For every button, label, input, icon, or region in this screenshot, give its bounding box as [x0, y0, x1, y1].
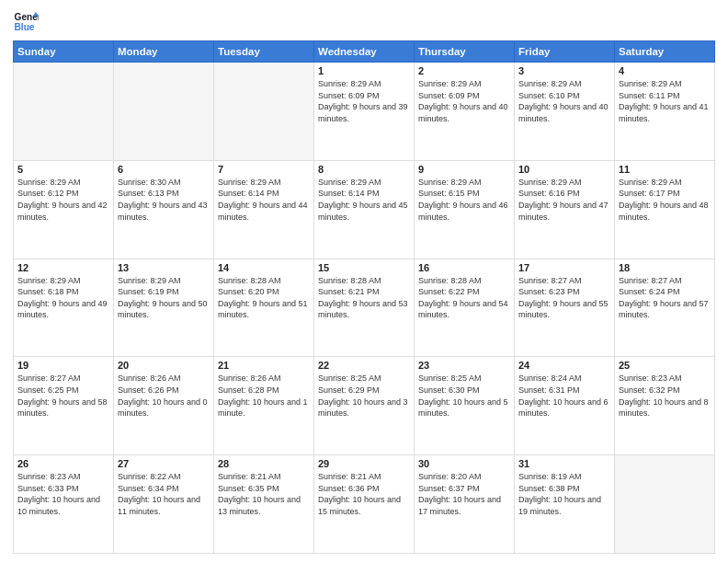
- day-number: 24: [518, 360, 610, 371]
- day-number: 8: [318, 164, 410, 175]
- day-info: Sunrise: 8:30 AM Sunset: 6:13 PM Dayligh…: [118, 177, 210, 223]
- weekday-header-row: SundayMondayTuesdayWednesdayThursdayFrid…: [14, 41, 715, 63]
- day-number: 1: [318, 65, 410, 76]
- day-number: 5: [17, 164, 109, 175]
- calendar-cell: 22Sunrise: 8:25 AM Sunset: 6:29 PM Dayli…: [314, 357, 415, 455]
- day-info: Sunrise: 8:27 AM Sunset: 6:23 PM Dayligh…: [518, 275, 610, 321]
- calendar-cell: 21Sunrise: 8:26 AM Sunset: 6:28 PM Dayli…: [214, 357, 314, 455]
- calendar-cell: 6Sunrise: 8:30 AM Sunset: 6:13 PM Daylig…: [114, 160, 214, 259]
- calendar-cell: 18Sunrise: 8:27 AM Sunset: 6:24 PM Dayli…: [615, 259, 715, 357]
- day-number: 25: [619, 360, 711, 371]
- day-info: Sunrise: 8:29 AM Sunset: 6:18 PM Dayligh…: [17, 275, 109, 321]
- day-number: 11: [619, 164, 711, 175]
- logo: General Blue: [13, 9, 39, 35]
- calendar-cell: 17Sunrise: 8:27 AM Sunset: 6:23 PM Dayli…: [515, 259, 615, 357]
- day-info: Sunrise: 8:21 AM Sunset: 6:35 PM Dayligh…: [218, 471, 310, 517]
- day-info: Sunrise: 8:26 AM Sunset: 6:26 PM Dayligh…: [118, 373, 210, 419]
- day-info: Sunrise: 8:28 AM Sunset: 6:21 PM Dayligh…: [318, 275, 410, 321]
- day-number: 9: [418, 164, 510, 175]
- day-info: Sunrise: 8:29 AM Sunset: 6:10 PM Dayligh…: [518, 78, 610, 124]
- day-info: Sunrise: 8:26 AM Sunset: 6:28 PM Dayligh…: [218, 373, 310, 419]
- calendar-cell: 7Sunrise: 8:29 AM Sunset: 6:14 PM Daylig…: [214, 160, 314, 259]
- day-info: Sunrise: 8:28 AM Sunset: 6:20 PM Dayligh…: [218, 275, 310, 321]
- calendar-cell: 15Sunrise: 8:28 AM Sunset: 6:21 PM Dayli…: [314, 259, 415, 357]
- calendar-cell: 24Sunrise: 8:24 AM Sunset: 6:31 PM Dayli…: [515, 357, 615, 455]
- week-row-3: 12Sunrise: 8:29 AM Sunset: 6:18 PM Dayli…: [14, 259, 715, 357]
- day-info: Sunrise: 8:29 AM Sunset: 6:17 PM Dayligh…: [619, 177, 711, 223]
- day-number: 14: [218, 262, 310, 273]
- day-number: 2: [418, 65, 510, 76]
- calendar-cell: 12Sunrise: 8:29 AM Sunset: 6:18 PM Dayli…: [14, 259, 114, 357]
- day-number: 22: [318, 360, 410, 371]
- week-row-2: 5Sunrise: 8:29 AM Sunset: 6:12 PM Daylig…: [14, 160, 715, 259]
- day-info: Sunrise: 8:25 AM Sunset: 6:29 PM Dayligh…: [318, 373, 410, 419]
- weekday-header-monday: Monday: [114, 41, 214, 63]
- day-info: Sunrise: 8:29 AM Sunset: 6:19 PM Dayligh…: [118, 275, 210, 321]
- calendar-cell: 13Sunrise: 8:29 AM Sunset: 6:19 PM Dayli…: [114, 259, 214, 357]
- day-info: Sunrise: 8:29 AM Sunset: 6:09 PM Dayligh…: [318, 78, 410, 124]
- day-number: 16: [418, 262, 510, 273]
- day-number: 20: [118, 360, 210, 371]
- day-info: Sunrise: 8:20 AM Sunset: 6:37 PM Dayligh…: [418, 471, 510, 517]
- day-info: Sunrise: 8:29 AM Sunset: 6:11 PM Dayligh…: [619, 78, 711, 124]
- calendar-cell: 4Sunrise: 8:29 AM Sunset: 6:11 PM Daylig…: [615, 63, 715, 161]
- calendar-table: SundayMondayTuesdayWednesdayThursdayFrid…: [13, 40, 715, 554]
- day-info: Sunrise: 8:23 AM Sunset: 6:32 PM Dayligh…: [619, 373, 711, 419]
- day-info: Sunrise: 8:29 AM Sunset: 6:14 PM Dayligh…: [318, 177, 410, 223]
- day-number: 27: [118, 458, 210, 469]
- day-info: Sunrise: 8:28 AM Sunset: 6:22 PM Dayligh…: [418, 275, 510, 321]
- calendar-cell: 16Sunrise: 8:28 AM Sunset: 6:22 PM Dayli…: [415, 259, 515, 357]
- calendar-cell: 27Sunrise: 8:22 AM Sunset: 6:34 PM Dayli…: [114, 455, 214, 554]
- day-number: 15: [318, 262, 410, 273]
- day-info: Sunrise: 8:29 AM Sunset: 6:12 PM Dayligh…: [17, 177, 109, 223]
- day-info: Sunrise: 8:27 AM Sunset: 6:24 PM Dayligh…: [619, 275, 711, 321]
- day-info: Sunrise: 8:29 AM Sunset: 6:14 PM Dayligh…: [218, 177, 310, 223]
- day-number: 4: [619, 65, 711, 76]
- logo-icon: General Blue: [13, 9, 39, 35]
- calendar-cell: [114, 63, 214, 161]
- day-info: Sunrise: 8:24 AM Sunset: 6:31 PM Dayligh…: [518, 373, 610, 419]
- day-number: 29: [318, 458, 410, 469]
- calendar-cell: 10Sunrise: 8:29 AM Sunset: 6:16 PM Dayli…: [515, 160, 615, 259]
- week-row-1: 1Sunrise: 8:29 AM Sunset: 6:09 PM Daylig…: [14, 63, 715, 161]
- day-number: 17: [518, 262, 610, 273]
- day-number: 23: [418, 360, 510, 371]
- weekday-header-thursday: Thursday: [415, 41, 515, 63]
- day-number: 7: [218, 164, 310, 175]
- day-number: 12: [17, 262, 109, 273]
- day-number: 31: [518, 458, 610, 469]
- day-number: 30: [418, 458, 510, 469]
- day-info: Sunrise: 8:23 AM Sunset: 6:33 PM Dayligh…: [17, 471, 109, 517]
- calendar-cell: 19Sunrise: 8:27 AM Sunset: 6:25 PM Dayli…: [14, 357, 114, 455]
- header: General Blue: [13, 9, 715, 35]
- calendar-cell: 8Sunrise: 8:29 AM Sunset: 6:14 PM Daylig…: [314, 160, 415, 259]
- weekday-header-saturday: Saturday: [615, 41, 715, 63]
- week-row-4: 19Sunrise: 8:27 AM Sunset: 6:25 PM Dayli…: [14, 357, 715, 455]
- calendar-cell: [615, 455, 715, 554]
- calendar-cell: [14, 63, 114, 161]
- weekday-header-tuesday: Tuesday: [214, 41, 314, 63]
- calendar-cell: 30Sunrise: 8:20 AM Sunset: 6:37 PM Dayli…: [415, 455, 515, 554]
- day-number: 26: [17, 458, 109, 469]
- day-number: 21: [218, 360, 310, 371]
- day-number: 28: [218, 458, 310, 469]
- calendar-cell: 9Sunrise: 8:29 AM Sunset: 6:15 PM Daylig…: [415, 160, 515, 259]
- calendar-cell: [214, 63, 314, 161]
- calendar-cell: 31Sunrise: 8:19 AM Sunset: 6:38 PM Dayli…: [515, 455, 615, 554]
- calendar-cell: 26Sunrise: 8:23 AM Sunset: 6:33 PM Dayli…: [14, 455, 114, 554]
- calendar-cell: 28Sunrise: 8:21 AM Sunset: 6:35 PM Dayli…: [214, 455, 314, 554]
- calendar-cell: 1Sunrise: 8:29 AM Sunset: 6:09 PM Daylig…: [314, 63, 415, 161]
- weekday-header-sunday: Sunday: [14, 41, 114, 63]
- week-row-5: 26Sunrise: 8:23 AM Sunset: 6:33 PM Dayli…: [14, 455, 715, 554]
- day-number: 6: [118, 164, 210, 175]
- svg-text:Blue: Blue: [15, 22, 35, 32]
- day-info: Sunrise: 8:21 AM Sunset: 6:36 PM Dayligh…: [318, 471, 410, 517]
- day-number: 3: [518, 65, 610, 76]
- day-number: 19: [17, 360, 109, 371]
- weekday-header-friday: Friday: [515, 41, 615, 63]
- calendar-cell: 25Sunrise: 8:23 AM Sunset: 6:32 PM Dayli…: [615, 357, 715, 455]
- day-info: Sunrise: 8:19 AM Sunset: 6:38 PM Dayligh…: [518, 471, 610, 517]
- calendar-cell: 29Sunrise: 8:21 AM Sunset: 6:36 PM Dayli…: [314, 455, 415, 554]
- day-info: Sunrise: 8:22 AM Sunset: 6:34 PM Dayligh…: [118, 471, 210, 517]
- calendar-cell: 3Sunrise: 8:29 AM Sunset: 6:10 PM Daylig…: [515, 63, 615, 161]
